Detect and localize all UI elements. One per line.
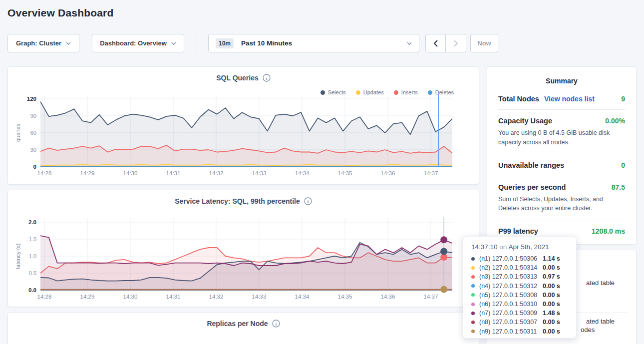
svg-text:0.5: 0.5 xyxy=(29,270,36,276)
unavailable-ranges-value: 0 xyxy=(621,161,625,169)
legend-item-updates[interactable]: Updates xyxy=(356,89,384,95)
svg-text:14:32: 14:32 xyxy=(209,170,224,176)
event-item-fragment[interactable]: odes xyxy=(581,326,595,334)
svg-text:14:28: 14:28 xyxy=(37,170,52,176)
svg-text:queries: queries xyxy=(15,123,21,142)
svg-text:14:29: 14:29 xyxy=(80,294,95,300)
tooltip-node-address: (n2) 127.0.0.1:50314 xyxy=(479,264,543,271)
tooltip-node-value: 0.00 s xyxy=(543,301,560,308)
capacity-usage-description: You are using 0 B of 4.5 GiB usable disk… xyxy=(498,128,625,147)
series-color-dot xyxy=(471,275,475,279)
svg-text:0.0: 0.0 xyxy=(28,287,36,293)
svg-text:14:37: 14:37 xyxy=(424,170,438,176)
legend-dot xyxy=(356,90,360,95)
time-range-badge: 10m xyxy=(216,38,234,48)
unavailable-ranges-label: Unavailable ranges xyxy=(498,161,564,169)
capacity-usage-label: Capacity Usage xyxy=(498,117,552,125)
tooltip-node-address: (n3) 127.0.0.1:50313 xyxy=(479,273,543,280)
service-latency-chart-card: Service Latency: SQL, 99th percentile i … xyxy=(7,190,479,307)
graph-selector-dropdown[interactable]: Graph: Cluster xyxy=(7,34,79,52)
svg-text:60: 60 xyxy=(30,130,36,136)
time-range-dropdown[interactable]: 10m Past 10 Minutes xyxy=(208,34,419,52)
summary-row-total-nodes: Total Nodes View nodes list 9 xyxy=(498,88,625,110)
chevron-right-icon xyxy=(454,40,458,47)
svg-text:2.0: 2.0 xyxy=(28,219,36,225)
svg-text:14:35: 14:35 xyxy=(338,294,352,300)
summary-row-qps: Queries per second 87.5 Sum of Selects, … xyxy=(498,176,625,221)
tooltip-node-row: (n1) 127.0.0.1:503061.14 s xyxy=(471,254,568,263)
time-prev-button[interactable] xyxy=(425,34,446,52)
dashboard-selector-label: Dashboard: Overview xyxy=(100,39,167,47)
legend-dot xyxy=(428,90,432,95)
tooltip-node-row: (n3) 127.0.0.1:503130.97 s xyxy=(471,272,568,281)
hover-point-marker xyxy=(440,236,447,243)
chevron-down-icon xyxy=(171,42,176,45)
svg-text:14:32: 14:32 xyxy=(209,294,224,300)
svg-text:0: 0 xyxy=(33,164,36,170)
hover-point-marker xyxy=(440,248,447,255)
legend-label: Inserts xyxy=(401,89,418,95)
info-icon[interactable]: i xyxy=(272,320,280,328)
legend-dot xyxy=(321,90,325,95)
svg-text:14:34: 14:34 xyxy=(295,294,310,300)
tooltip-node-address: (n6) 127.0.0.1:50310 xyxy=(479,301,543,308)
tooltip-node-value: 0.00 s xyxy=(543,283,560,290)
tooltip-node-value: 1.14 s xyxy=(543,255,560,262)
hover-point-marker xyxy=(440,286,447,293)
legend-label: Deletes xyxy=(435,89,454,95)
summary-row-capacity: Capacity Usage 0.00% You are using 0 B o… xyxy=(498,110,625,154)
tooltip-node-address: (n5) 127.0.0.1:50308 xyxy=(479,292,543,299)
series-color-dot xyxy=(471,284,475,288)
svg-text:i: i xyxy=(275,322,277,327)
chart-plot-area[interactable]: 14:2814:2914:3014:3114:3214:3314:3414:35… xyxy=(8,67,479,185)
sql-queries-chart-card: SQL Queries i 14:2814:2914:3014:3114:321… xyxy=(7,66,479,185)
svg-text:14:33: 14:33 xyxy=(252,294,267,300)
legend-label: Updates xyxy=(363,89,384,95)
event-item-fragment[interactable]: ated table xyxy=(586,279,615,287)
toolbar-divider xyxy=(197,34,197,52)
summary-panel: Summary Total Nodes View nodes list 9 Ca… xyxy=(487,66,637,245)
svg-text:1.5: 1.5 xyxy=(29,236,36,242)
view-nodes-list-link[interactable]: View nodes list xyxy=(544,95,595,103)
qps-label: Queries per second xyxy=(498,183,566,191)
legend-item-selects[interactable]: Selects xyxy=(321,89,346,95)
tooltip-node-row: (n9) 127.0.0.1:503110.00 s xyxy=(471,327,568,336)
summary-title: Summary xyxy=(498,77,625,85)
series-color-dot xyxy=(471,293,475,297)
p99-latency-label: P99 latency xyxy=(498,227,538,235)
tooltip-node-address: (n9) 127.0.0.1:50311 xyxy=(479,328,543,335)
now-button[interactable]: Now xyxy=(470,34,498,52)
chart-tooltip: 14:37:10 on Apr 5th, 2021 (n1) 127.0.0.1… xyxy=(463,236,577,339)
tooltip-node-value: 0.00 s xyxy=(543,292,560,299)
chart-title: Replicas per Node i xyxy=(8,320,479,328)
chevron-down-icon xyxy=(66,42,71,45)
svg-text:14:30: 14:30 xyxy=(123,170,138,176)
chart-title-text: Replicas per Node xyxy=(207,320,268,328)
graph-selector-label: Graph: Cluster xyxy=(16,39,61,47)
tooltip-node-row: (n7) 127.0.0.1:503091.48 s xyxy=(471,309,568,318)
total-nodes-label: Total Nodes xyxy=(498,95,539,103)
overview-dashboard-page: Overview Dashboard Graph: Cluster Dashbo… xyxy=(0,0,644,344)
svg-text:14:35: 14:35 xyxy=(338,170,352,176)
tooltip-node-value: 0.00 s xyxy=(543,264,560,271)
svg-text:14:37: 14:37 xyxy=(424,294,438,300)
legend-item-deletes[interactable]: Deletes xyxy=(428,89,454,95)
dashboard-selector-dropdown[interactable]: Dashboard: Overview xyxy=(92,34,184,52)
tooltip-node-row: (n4) 127.0.0.1:503120.00 s xyxy=(471,282,568,291)
tooltip-node-value: 1.48 s xyxy=(543,310,560,317)
tooltip-node-address: (n7) 127.0.0.1:50309 xyxy=(479,310,543,317)
legend-item-inserts[interactable]: Inserts xyxy=(394,89,418,95)
series-color-dot xyxy=(471,330,475,333)
chart-plot-area[interactable]: 14:2814:2914:3014:3114:3214:3314:3414:35… xyxy=(8,190,479,307)
chevron-left-icon xyxy=(433,40,438,47)
event-item-fragment[interactable]: ated table xyxy=(586,318,615,325)
tooltip-node-row: (n8) 127.0.0.1:503070.00 s xyxy=(471,318,568,327)
tooltip-node-value: 0.00 s xyxy=(543,328,560,335)
svg-text:14:34: 14:34 xyxy=(295,170,310,176)
tooltip-node-address: (n4) 127.0.0.1:50312 xyxy=(479,283,543,290)
series-color-dot xyxy=(471,266,475,270)
tooltip-rows: (n1) 127.0.0.1:503061.14 s(n2) 127.0.0.1… xyxy=(471,254,568,336)
replicas-per-node-chart-card: Replicas per Node i xyxy=(7,312,479,344)
svg-text:90: 90 xyxy=(30,113,36,119)
time-next-button[interactable] xyxy=(446,34,466,52)
